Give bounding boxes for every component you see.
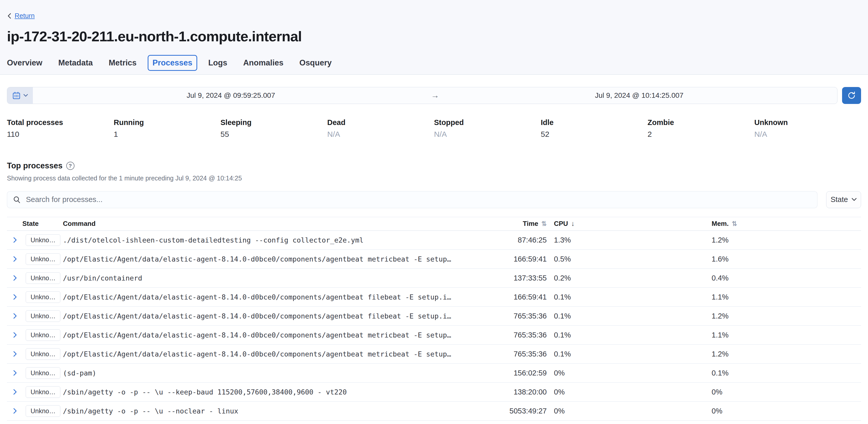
expand-row-button[interactable] (11, 389, 18, 395)
page-header: Return ip-172-31-20-211.eu-north-1.compu… (0, 0, 868, 75)
processes-table: State Command Time ⇅ CPU ↓ Mem. ⇅ (7, 217, 861, 421)
summary-stat-value: 52 (541, 130, 648, 139)
tab-overview[interactable]: Overview (2, 55, 47, 71)
cpu-cell: 0.1% (554, 312, 712, 320)
summary-stat-value: 110 (7, 130, 114, 139)
host-detail-page: Return ip-172-31-20-211.eu-north-1.compu… (0, 0, 868, 424)
chevron-right-icon (11, 294, 18, 300)
command-cell: /usr/bin/containerd (63, 274, 503, 282)
command-cell: /opt/Elastic/Agent/data/elastic-agent-8.… (63, 331, 503, 339)
help-icon[interactable]: ? (66, 162, 74, 170)
state-badge: Unkno… (26, 329, 60, 341)
tab-label: Metadata (58, 58, 93, 67)
state-filter-button[interactable]: State (826, 191, 861, 208)
calendar-icon (12, 91, 21, 100)
mem-cell: 1.2% (712, 236, 861, 244)
time-cell: 138:20:00 (503, 388, 554, 396)
expand-row-button[interactable] (11, 256, 18, 262)
expand-row-button[interactable] (11, 351, 18, 357)
summary-stat-value: N/A (327, 130, 434, 139)
sortable-icon: ⇅ (732, 220, 737, 227)
summary-stat-label: Zombie (648, 118, 754, 127)
top-processes-heading: Top processes (7, 161, 63, 170)
table-row: Unkno… /opt/Elastic/Agent/data/elastic-a… (7, 326, 861, 345)
search-input[interactable] (25, 195, 811, 204)
time-cell: 765:35:36 (503, 350, 554, 358)
summary-stat-value: 1 (114, 130, 221, 139)
expand-row-button[interactable] (11, 274, 18, 281)
tab-anomalies[interactable]: Anomalies (238, 55, 288, 71)
cpu-cell: 0.1% (554, 350, 712, 358)
expand-row-button[interactable] (11, 313, 18, 319)
expand-row-button[interactable] (11, 237, 18, 243)
state-badge: Unkno… (26, 291, 60, 303)
summary-stat-value: 2 (648, 130, 754, 139)
refresh-icon (847, 91, 856, 100)
state-badge: Unkno… (26, 310, 60, 322)
command-cell: ./dist/otelcol-ishleen-custom-detailedte… (63, 236, 503, 244)
tab-label: Logs (208, 58, 227, 67)
summary-stat: Running 1 (114, 118, 221, 139)
tab-processes[interactable]: Processes (148, 55, 197, 71)
summary-stat: Zombie 2 (648, 118, 754, 139)
tab-label: Anomalies (243, 58, 283, 67)
summary-stat: Unknown N/A (754, 118, 861, 139)
start-date-button[interactable]: Jul 9, 2024 @ 09:59:25.007 (33, 87, 429, 104)
expand-row-button[interactable] (11, 407, 18, 414)
end-date-button[interactable]: Jul 9, 2024 @ 10:14:25.007 (441, 87, 837, 104)
summary-stat-label: Stopped (434, 118, 541, 127)
command-cell: /opt/Elastic/Agent/data/elastic-agent-8.… (63, 255, 503, 263)
summary-stat: Sleeping 55 (221, 118, 328, 139)
state-badge: Unkno… (26, 253, 60, 265)
cpu-cell: 0% (554, 407, 712, 415)
state-badge: Unkno… (26, 234, 60, 246)
table-row: Unkno… /sbin/agetty -o -p -- \u --keep-b… (7, 383, 861, 402)
summary-stat-label: Running (114, 118, 221, 127)
column-header-time[interactable]: Time ⇅ (503, 220, 554, 228)
mem-cell: 0% (712, 388, 861, 396)
table-row: Unkno… /opt/Elastic/Agent/data/elastic-a… (7, 250, 861, 269)
search-row: State (7, 191, 861, 208)
column-header-cpu[interactable]: CPU ↓ (554, 220, 712, 228)
summary-stat: Total processes 110 (7, 118, 114, 139)
mem-cell: 1.2% (712, 350, 861, 358)
mem-cell: 1.1% (712, 331, 861, 339)
mem-cell: 0.4% (712, 274, 861, 282)
table-row: Unkno… /opt/Elastic/Agent/data/elastic-a… (7, 288, 861, 307)
summary-stat-label: Sleeping (221, 118, 328, 127)
time-cell: 765:35:36 (503, 312, 554, 320)
arrow-right-icon: → (429, 91, 441, 100)
tab-label: Osquery (300, 58, 332, 67)
return-link[interactable]: Return (7, 12, 35, 20)
expand-row-button[interactable] (11, 369, 18, 376)
table-row: Unkno… (sd-pam) 156:02:59 0% 0.1% (7, 364, 861, 383)
state-badge: Unkno… (26, 405, 60, 417)
mem-cell: 1.6% (712, 255, 861, 263)
command-cell: /sbin/agetty -o -p -- \u --keep-baud 115… (63, 388, 503, 396)
table-row: Unkno… /opt/Elastic/Agent/data/elastic-a… (7, 307, 861, 326)
date-quick-select-button[interactable] (7, 87, 33, 104)
time-cell: 765:35:36 (503, 331, 554, 339)
refresh-button[interactable] (842, 87, 861, 104)
cpu-cell: 0.1% (554, 293, 712, 301)
command-cell: /sbin/agetty -o -p -- \u --noclear - lin… (63, 407, 503, 415)
tab-osquery[interactable]: Osquery (294, 55, 337, 71)
chevron-right-icon (11, 274, 18, 281)
tab-logs[interactable]: Logs (204, 55, 232, 71)
process-summary: Total processes 110 Running 1 Sleeping 5… (7, 118, 861, 139)
top-processes-subtitle: Showing process data collected for the 1… (7, 174, 861, 182)
summary-stat: Stopped N/A (434, 118, 541, 139)
expand-row-button[interactable] (11, 294, 18, 300)
sort-desc-icon: ↓ (571, 220, 575, 228)
tab-metadata[interactable]: Metadata (54, 55, 98, 71)
expand-row-button[interactable] (11, 332, 18, 338)
column-header-mem[interactable]: Mem. ⇅ (712, 220, 861, 228)
start-date-value: Jul 9, 2024 @ 09:59:25.007 (187, 91, 275, 100)
cpu-cell: 0% (554, 388, 712, 396)
chevron-right-icon (11, 389, 18, 395)
tab-metrics[interactable]: Metrics (104, 55, 142, 71)
summary-stat-value: N/A (754, 130, 861, 139)
search-box (7, 191, 817, 208)
command-cell: /opt/Elastic/Agent/data/elastic-agent-8.… (63, 312, 503, 320)
summary-stat-value: 55 (221, 130, 328, 139)
